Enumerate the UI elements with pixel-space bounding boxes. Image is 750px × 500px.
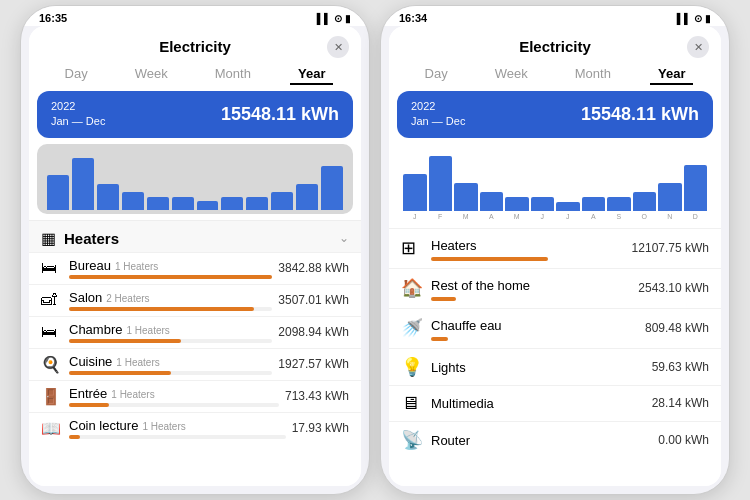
left-status-icons: ▌▌ ⊙ ▮ [317,13,351,24]
right-items-list: ⊞ Heaters 12107.75 kWh 🏠 Rest of the hom… [389,228,721,458]
left-items-list: 🛏 Bureau 1 Heaters 3842.88 kWh 🛋 Salon 2… [29,252,361,444]
left-item-icon: 🛋 [41,291,69,309]
left-item-value: 17.93 kWh [292,421,349,435]
left-item-name: Coin lecture [69,418,138,433]
left-item-bar [69,371,171,375]
right-chart-bars [403,148,707,213]
left-item-sub: 2 Heaters [106,293,149,304]
left-section-icon: ▦ [41,229,56,248]
left-list-item[interactable]: 🚪 Entrée 1 Heaters 713.43 kWh [29,380,361,412]
left-list: ▦ Heaters ⌄ 🛏 Bureau 1 Heaters 3842.88 k… [29,220,361,486]
right-item-icon: 📡 [401,429,431,451]
right-list-item[interactable]: 📡 Router 0.00 kWh [389,421,721,458]
right-summary-card: 2022 Jan — Dec 15548.11 kWh [397,91,713,138]
chart-label-O: O [633,213,657,220]
right-time: 16:34 [399,12,427,24]
right-bar-A [480,192,504,210]
right-item-bar [431,257,548,261]
right-list-item[interactable]: 🖥 Multimedia 28.14 kWh [389,385,721,421]
left-item-value: 3507.01 kWh [278,293,349,307]
tab-month-left[interactable]: Month [207,64,259,85]
left-summary-card: 2022 Jan — Dec 15548.11 kWh [37,91,353,138]
left-item-icon: 🍳 [41,355,69,374]
left-item-bar [69,307,254,311]
left-item-name: Entrée [69,386,107,401]
right-summary-value: 15548.11 kWh [581,104,699,125]
left-item-sub: 1 Heaters [115,261,158,272]
chart-label-D: D [684,213,708,220]
right-item-value: 59.63 kWh [652,360,709,374]
left-item-sub: 1 Heaters [111,389,154,400]
right-bar-F [429,156,453,211]
left-period-year: 2022 [51,99,105,114]
chart-label-F: F [429,213,453,220]
left-modal: Electricity ✕ Day Week Month Year 2022 J… [29,26,361,486]
left-item-name: Cuisine [69,354,112,369]
left-period-range: Jan — Dec [51,114,105,129]
left-list-item[interactable]: 📖 Coin lecture 1 Heaters 17.93 kWh [29,412,361,444]
tab-day-left[interactable]: Day [57,64,96,85]
right-item-value: 28.14 kWh [652,396,709,410]
right-item-bar [431,337,448,341]
right-modal-header: Electricity ✕ [389,26,721,60]
left-item-icon: 🛏 [41,323,69,341]
left-chevron-icon: ⌄ [339,231,349,245]
left-close-button[interactable]: ✕ [327,36,349,58]
right-item-icon: 🖥 [401,393,431,414]
left-item-value: 713.43 kWh [285,389,349,403]
right-item-name: Multimedia [431,396,494,411]
chart-label-M: M [505,213,529,220]
left-item-name: Chambre [69,322,122,337]
right-item-icon: 🚿 [401,317,431,339]
right-chart-labels: JFMAMJJASOND [403,213,707,220]
left-status-bar: 16:35 ▌▌ ⊙ ▮ [21,6,369,26]
left-item-sub: 1 Heaters [116,357,159,368]
tab-week-right[interactable]: Week [487,64,536,85]
left-modal-header: Electricity ✕ [29,26,361,60]
left-item-value: 1927.57 kWh [278,357,349,371]
left-item-bar [69,339,181,343]
right-bar-M [454,183,478,211]
left-section-header[interactable]: ▦ Heaters ⌄ [29,220,361,252]
right-item-icon: 🏠 [401,277,431,299]
left-list-item[interactable]: 🛋 Salon 2 Heaters 3507.01 kWh [29,284,361,316]
right-period-range: Jan — Dec [411,114,465,129]
left-item-bar [69,435,80,439]
right-period-year: 2022 [411,99,465,114]
left-phone-panel: 16:35 ▌▌ ⊙ ▮ Electricity ✕ Day Week Mont… [20,5,370,495]
right-close-button[interactable]: ✕ [687,36,709,58]
right-item-name: Heaters [431,238,477,253]
left-time: 16:35 [39,12,67,24]
left-item-icon: 🚪 [41,387,69,406]
tab-year-right[interactable]: Year [650,64,693,85]
left-list-item[interactable]: 🍳 Cuisine 1 Heaters 1927.57 kWh [29,348,361,380]
right-list-item[interactable]: ⊞ Heaters 12107.75 kWh [389,228,721,268]
left-item-name: Salon [69,290,102,305]
right-list-item[interactable]: 🏠 Rest of the home 2543.10 kWh [389,268,721,308]
right-list: ⊞ Heaters 12107.75 kWh 🏠 Rest of the hom… [389,228,721,486]
left-list-item[interactable]: 🛏 Chambre 1 Heaters 2098.94 kWh [29,316,361,348]
tab-year-left[interactable]: Year [290,64,333,85]
right-bar-S [607,197,631,211]
right-bar-A [582,197,606,211]
right-status-icons: ▌▌ ⊙ ▮ [677,13,711,24]
right-item-value: 0.00 kWh [658,433,709,447]
chart-label-J: J [556,213,580,220]
left-chart [37,144,353,214]
left-modal-title: Electricity [159,38,231,55]
chart-label-M: M [454,213,478,220]
right-list-item[interactable]: 💡 Lights 59.63 kWh [389,348,721,385]
tab-month-right[interactable]: Month [567,64,619,85]
right-list-item[interactable]: 🚿 Chauffe eau 809.48 kWh [389,308,721,348]
right-bar-N [658,183,682,211]
left-item-bar [69,403,109,407]
right-item-name: Lights [431,360,466,375]
right-item-name: Rest of the home [431,278,530,293]
right-item-bar [431,297,456,301]
left-tabs: Day Week Month Year [29,60,361,91]
tab-week-left[interactable]: Week [127,64,176,85]
left-list-item[interactable]: 🛏 Bureau 1 Heaters 3842.88 kWh [29,252,361,284]
tab-day-right[interactable]: Day [417,64,456,85]
right-bar-D [684,165,708,211]
right-item-icon: 💡 [401,356,431,378]
